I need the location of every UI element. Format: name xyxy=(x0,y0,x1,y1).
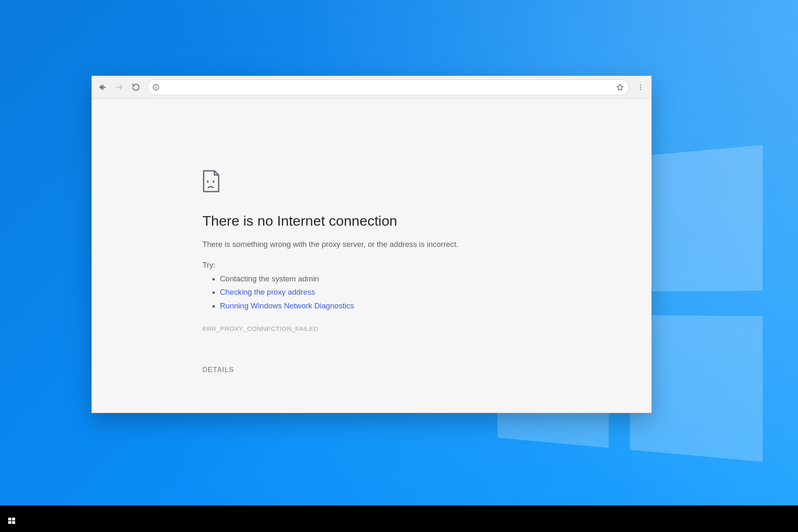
svg-point-9 xyxy=(640,89,641,90)
details-button[interactable]: DETAILS xyxy=(202,366,234,374)
taskbar xyxy=(0,510,798,532)
site-info-icon[interactable] xyxy=(152,84,160,91)
page-content: There is no Internet connection There is… xyxy=(92,99,651,413)
error-suggestions: Try: Contacting the system admin Checkin… xyxy=(202,261,518,313)
browser-toolbar xyxy=(92,76,651,99)
reload-button[interactable] xyxy=(128,80,143,95)
svg-point-8 xyxy=(640,87,641,88)
svg-marker-6 xyxy=(617,84,623,91)
try-label: Try: xyxy=(202,261,215,269)
back-button[interactable] xyxy=(95,80,110,95)
error-subtitle: There is something wrong with the proxy … xyxy=(202,240,518,249)
error-title: There is no Internet connection xyxy=(202,213,518,229)
address-bar[interactable] xyxy=(148,79,629,95)
forward-button[interactable] xyxy=(112,80,127,95)
bookmark-star-icon[interactable] xyxy=(616,83,624,91)
sad-page-icon xyxy=(202,170,518,195)
svg-rect-12 xyxy=(8,518,12,521)
suggestion-check-proxy-link[interactable]: Checking the proxy address xyxy=(220,288,315,296)
start-button[interactable] xyxy=(0,510,23,532)
svg-rect-13 xyxy=(12,518,15,521)
suggestion-contact-admin: Contacting the system admin xyxy=(220,272,518,286)
address-input[interactable] xyxy=(163,83,613,92)
svg-point-5 xyxy=(155,85,156,86)
suggestion-run-diagnostics-link[interactable]: Running Windows Network Diagnostics xyxy=(220,301,354,310)
error-code: ERR_PROXY_CONNECTION_FAILED xyxy=(202,325,518,332)
svg-rect-14 xyxy=(8,521,12,524)
svg-rect-15 xyxy=(12,521,15,524)
browser-window: There is no Internet connection There is… xyxy=(91,76,652,413)
svg-point-7 xyxy=(640,84,641,86)
browser-menu-button[interactable] xyxy=(633,80,648,95)
